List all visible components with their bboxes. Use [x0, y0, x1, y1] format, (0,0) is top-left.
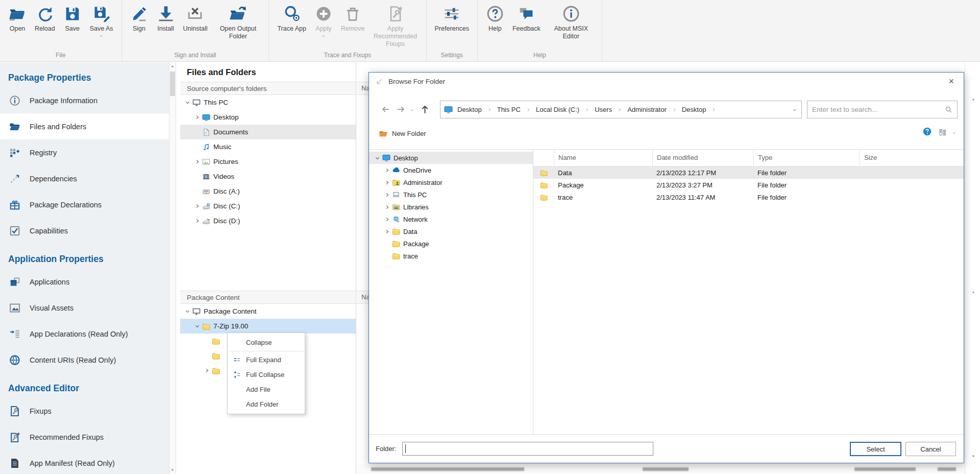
column-header-type[interactable]: Type	[753, 150, 860, 166]
tree-item-libraries[interactable]: Libraries	[369, 201, 533, 213]
sidebar-item-app-declarations-read-only[interactable]: App Declarations (Read Only)	[0, 321, 169, 347]
tree-item-desktop[interactable]: Desktop	[369, 152, 533, 164]
ribbon-button-save[interactable]: Save	[59, 2, 86, 33]
ribbon-button-remove[interactable]: Remove	[337, 2, 369, 33]
breadcrumb-separator-icon[interactable]	[525, 107, 531, 113]
new-folder-button[interactable]: New Folder	[374, 125, 430, 141]
ribbon-button-open[interactable]: Open	[4, 2, 31, 33]
up-button[interactable]	[420, 105, 430, 114]
sidebar-item-files-and-folders[interactable]: Files and Folders	[0, 113, 169, 139]
tree-item-7-zip-19-00[interactable]: 7-Zip 19.00	[180, 319, 356, 334]
chevron-down-icon[interactable]	[321, 33, 326, 39]
tree-item-disc-c[interactable]: Disc (C:)	[180, 199, 356, 214]
chevron-down-icon[interactable]	[99, 33, 104, 39]
sidebar-item-app-manifest-read-only[interactable]: App Manifest (Read Only)	[0, 450, 169, 474]
ribbon-button-save-as[interactable]: Save As	[86, 2, 117, 39]
view-dropdown-icon[interactable]	[951, 130, 957, 136]
menu-item-full-expand[interactable]: Full Expand	[228, 352, 305, 367]
breadcrumb-item-desktop[interactable]: Desktop	[454, 106, 485, 113]
tree-item-data[interactable]: Data	[369, 225, 533, 238]
help-badge-icon[interactable]	[923, 127, 932, 136]
breadcrumb-item-administrator[interactable]: Administrator	[624, 106, 670, 113]
chevron-right-icon[interactable]	[383, 168, 391, 173]
chevron-right-icon[interactable]	[383, 204, 391, 210]
chevron-right-icon[interactable]	[383, 192, 391, 198]
scroll-down-icon[interactable]	[971, 454, 976, 459]
breadcrumb-item-desktop[interactable]: Desktop	[678, 106, 710, 113]
tree-item-pictures[interactable]: Pictures	[180, 154, 356, 169]
menu-item-full-collapse[interactable]: Full Collapse	[228, 367, 305, 382]
ribbon-button-about-msix-editor[interactable]: About MSIX Editor	[545, 2, 598, 40]
tree-item-disc-d[interactable]: Disc (D:)	[180, 214, 356, 228]
scrollbar-thumb[interactable]	[170, 72, 175, 96]
select-button[interactable]: Select	[850, 442, 901, 456]
sidebar-item-package-declarations[interactable]: Package Declarations	[0, 192, 169, 218]
breadcrumb-separator-icon[interactable]	[671, 107, 677, 113]
chevron-right-icon[interactable]	[193, 203, 202, 209]
chevron-right-icon[interactable]	[193, 159, 202, 164]
folder-input[interactable]	[402, 442, 653, 456]
sidebar-item-content-uris-read-only[interactable]: Content URIs (Read Only)	[0, 347, 169, 373]
ribbon-button-apply[interactable]: Apply	[310, 2, 337, 39]
ribbon-button-apply-recommended-fixups[interactable]: Apply Recommended Fixups	[369, 2, 422, 48]
breadcrumb-item-local-disk-c[interactable]: Local Disk (C:)	[532, 106, 583, 113]
chevron-right-icon[interactable]	[203, 368, 211, 373]
close-button[interactable]: ×	[945, 76, 957, 87]
sidebar-item-fixups[interactable]: Fixups	[0, 398, 169, 424]
tree-item-videos[interactable]: Videos	[180, 169, 356, 184]
cancel-button[interactable]: Cancel	[905, 442, 956, 456]
chevron-right-icon[interactable]	[383, 180, 391, 185]
file-row-package[interactable]: Package2/13/2023 3:27 PMFile folder	[533, 179, 964, 191]
ribbon-button-sign[interactable]: Sign	[126, 2, 153, 33]
view-mode-button[interactable]	[939, 128, 947, 136]
sidebar-item-package-information[interactable]: Package Information	[0, 87, 169, 113]
file-row-data[interactable]: Data2/13/2023 12:17 PMFile folder	[533, 167, 964, 179]
ribbon-button-uninstall[interactable]: Uninstall	[179, 2, 212, 33]
chevron-right-icon[interactable]	[193, 218, 202, 224]
tree-item-this-pc[interactable]: This PC	[369, 188, 533, 201]
breadcrumb-item-users[interactable]: Users	[591, 106, 616, 113]
ribbon-button-feedback[interactable]: Feedback	[508, 2, 545, 33]
breadcrumb-separator-icon[interactable]	[710, 107, 717, 113]
tree-item-trace[interactable]: trace	[369, 250, 533, 262]
scroll-up-icon[interactable]	[971, 290, 976, 295]
sidebar-item-visual-assets[interactable]: Visual Assets	[0, 295, 169, 321]
scroll-down-icon[interactable]	[170, 467, 175, 472]
scroll-up-icon[interactable]	[170, 64, 175, 69]
ribbon-button-install[interactable]: Install	[153, 2, 179, 33]
column-header-date-modified[interactable]: Date modified	[652, 150, 753, 166]
tree-item-network[interactable]: Network	[369, 213, 533, 225]
menu-item-add-file[interactable]: Add File	[228, 382, 305, 397]
scroll-up-icon[interactable]	[971, 97, 976, 102]
sidebar-item-dependencies[interactable]: Dependencies	[0, 165, 169, 192]
chevron-right-icon[interactable]	[383, 217, 391, 222]
chevron-down-icon[interactable]	[183, 100, 192, 105]
menu-item-collapse[interactable]: Collapse	[228, 335, 305, 350]
ribbon-button-reload[interactable]: Reload	[31, 2, 59, 33]
ribbon-button-trace-app[interactable]: Trace App	[273, 2, 310, 33]
chevron-down-icon[interactable]	[183, 309, 192, 314]
breadcrumb-separator-icon[interactable]	[486, 107, 493, 113]
tree-item-desktop[interactable]: Desktop	[180, 110, 356, 125]
menu-item-add-folder[interactable]: Add Folder	[228, 397, 305, 412]
search-icon[interactable]	[945, 106, 952, 113]
column-header-name[interactable]: Name	[554, 150, 652, 166]
tree-item-documents[interactable]: Documents	[180, 125, 356, 139]
column-header-icon[interactable]	[533, 150, 554, 166]
sidebar-item-capabilities[interactable]: Capabilities	[0, 218, 169, 244]
ribbon-button-open-output-folder[interactable]: Open Output Folder	[211, 2, 264, 40]
tree-item-package[interactable]: Package	[369, 238, 533, 250]
sidebar-scrollbar[interactable]	[169, 62, 176, 474]
tree-item-music[interactable]: Music	[180, 139, 356, 154]
ribbon-button-help[interactable]: Help	[482, 2, 508, 33]
breadcrumb-separator-icon[interactable]	[584, 107, 590, 113]
breadcrumb[interactable]: DesktopThis PCLocal Disk (C:)UsersAdmini…	[440, 101, 802, 118]
chevron-down-icon[interactable]	[373, 155, 382, 161]
column-header-size[interactable]: Size	[860, 150, 964, 166]
breadcrumb-item-this-pc[interactable]: This PC	[494, 106, 524, 113]
breadcrumb-separator-icon[interactable]	[617, 107, 623, 113]
chevron-right-icon[interactable]	[383, 229, 391, 234]
chevron-down-icon[interactable]	[193, 323, 202, 329]
forward-button[interactable]	[396, 105, 405, 114]
search-box[interactable]: Enter text to search...	[807, 101, 958, 118]
